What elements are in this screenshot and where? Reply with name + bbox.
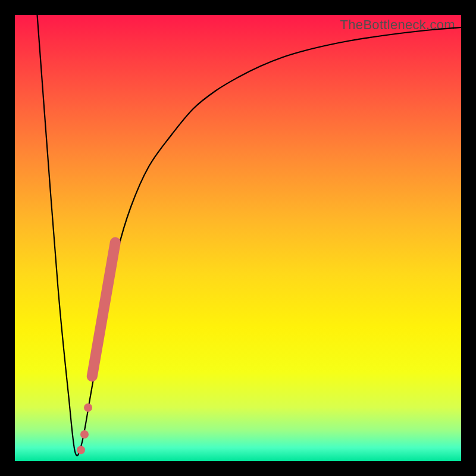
- highlight-dot: [77, 446, 85, 454]
- chart-frame: TheBottleneck.com: [0, 0, 476, 476]
- highlight-segment: [92, 243, 115, 377]
- plot-area: TheBottleneck.com: [15, 15, 461, 461]
- chart-svg: [15, 15, 461, 461]
- highlight-dot: [84, 403, 92, 412]
- highlight-dot: [80, 430, 89, 439]
- curve-line: [37, 15, 462, 456]
